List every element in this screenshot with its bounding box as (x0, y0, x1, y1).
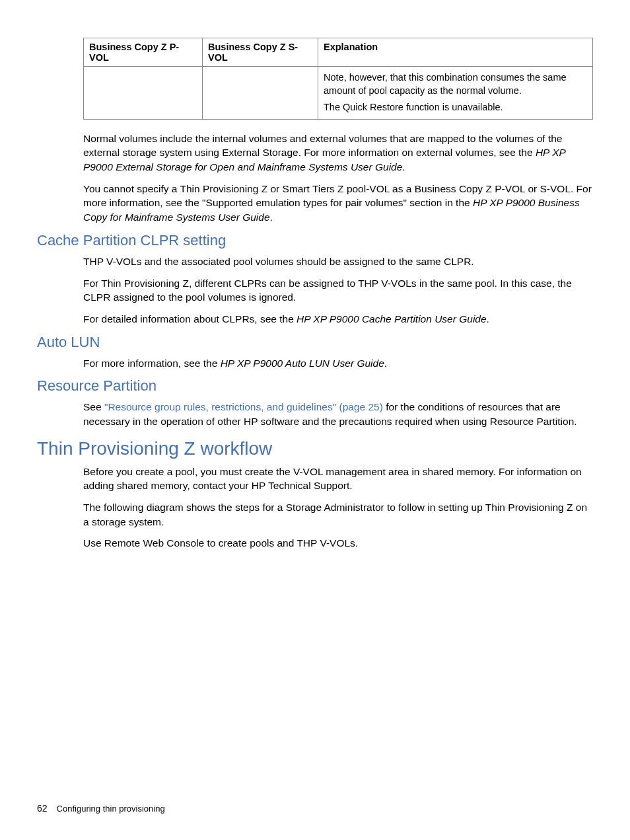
cache-para1: THP V-VOLs and the associated pool volum… (83, 254, 593, 269)
heading-auto-lun: Auto LUN (37, 334, 593, 351)
para-normal-volumes: Normal volumes include the internal volu… (83, 132, 593, 174)
heading-workflow: Thin Provisioning Z workflow (37, 438, 593, 459)
cache-para2: For Thin Provisioning Z, different CLPRs… (83, 276, 593, 305)
table-row: Note, however, that this combination con… (84, 67, 593, 120)
heading-cache-partition: Cache Partition CLPR setting (37, 232, 593, 249)
workflow-para3: Use Remote Web Console to create pools a… (83, 536, 593, 551)
heading-resource-partition: Resource Partition (37, 377, 593, 395)
cell-pvol (84, 67, 203, 120)
guide-ref-auto-lun: HP XP P9000 Auto LUN User Guide (221, 358, 384, 369)
table-header-explanation: Explanation (318, 38, 593, 67)
table-header-svol: Business Copy Z S-VOL (203, 38, 318, 67)
workflow-para1: Before you create a pool, you must creat… (83, 465, 593, 493)
resource-para1: See "Resource group rules, restrictions,… (83, 400, 593, 428)
explanation-note: Note, however, that this combination con… (324, 71, 587, 97)
page-footer: 62 Configuring thin provisioning (37, 790, 593, 814)
cell-svol (203, 67, 318, 120)
footer-title: Configuring thin provisioning (57, 804, 165, 814)
para-cannot-specify: You cannot specify a Thin Provisioning Z… (83, 182, 593, 225)
link-resource-group-rules[interactable]: "Resource group rules, restrictions, and… (104, 401, 383, 412)
cell-explanation: Note, however, that this combination con… (318, 67, 593, 120)
workflow-para2: The following diagram shows the steps fo… (83, 500, 593, 529)
compatibility-table: Business Copy Z P-VOL Business Copy Z S-… (83, 38, 593, 120)
table-header-pvol: Business Copy Z P-VOL (84, 38, 203, 67)
guide-ref-cache-partition: HP XP P9000 Cache Partition User Guide (297, 313, 486, 325)
cache-para3: For detailed information about CLPRs, se… (83, 312, 593, 326)
page-number: 62 (37, 803, 48, 814)
explanation-restore: The Quick Restore function is unavailabl… (324, 101, 587, 114)
auto-lun-para1: For more information, see the HP XP P900… (83, 356, 593, 371)
